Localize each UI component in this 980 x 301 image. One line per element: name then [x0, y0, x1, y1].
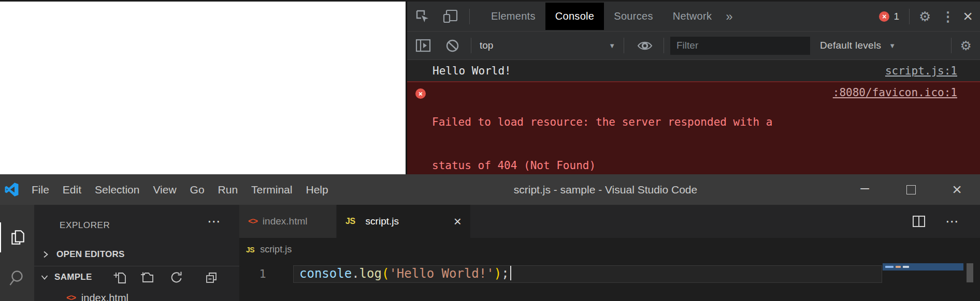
vscode-titlebar: File Edit Selection View Go Run Terminal… — [0, 174, 980, 205]
devtools-tab-sources[interactable]: Sources — [604, 3, 662, 30]
js-file-icon: JS — [345, 217, 355, 226]
close-button[interactable]: × — [934, 174, 980, 205]
chevron-down-icon — [40, 274, 49, 281]
collapse-all-icon[interactable] — [204, 270, 219, 285]
kebab-menu-icon[interactable]: ⋮ — [941, 10, 955, 23]
console-error-line2: status of 404 (Not Found) — [432, 158, 833, 173]
token-method: log — [359, 266, 382, 281]
tab-label: script.js — [366, 216, 399, 227]
menu-edit[interactable]: Edit — [56, 174, 88, 205]
minimap-code-mark — [885, 266, 893, 268]
tree-item-label: index.html — [81, 292, 128, 301]
more-actions-icon[interactable]: ⋯ — [945, 215, 960, 228]
divider — [909, 9, 910, 24]
menu-go[interactable]: Go — [183, 174, 211, 205]
console-settings-gear-icon[interactable]: ⚙ — [960, 39, 972, 52]
divider — [624, 38, 624, 53]
devtools-tab-elements[interactable]: Elements — [481, 3, 545, 30]
split-editor-icon[interactable] — [912, 215, 926, 228]
vscode-window: File Edit Selection View Go Run Terminal… — [0, 174, 980, 301]
token-dot: . — [352, 266, 359, 281]
activity-search-button[interactable] — [0, 263, 34, 293]
token-semicolon: ; — [501, 266, 509, 281]
console-filter-input[interactable] — [670, 37, 810, 55]
menu-view[interactable]: View — [146, 174, 183, 205]
html-file-icon: <> — [248, 216, 257, 227]
open-editors-label: OPEN EDITORS — [56, 249, 125, 260]
token-close-paren: ) — [494, 266, 501, 281]
tab-label: index.html — [263, 216, 308, 227]
token-open-paren: ( — [382, 266, 389, 281]
menu-file[interactable]: File — [25, 174, 56, 205]
folder-label: SAMPLE — [54, 272, 92, 282]
new-folder-icon[interactable] — [140, 270, 155, 285]
folder-section-sample[interactable]: SAMPLE — [40, 270, 92, 284]
screen: Elements Console Sources Network » × 1 ⚙… — [0, 0, 980, 301]
devtools-tabbar: Elements Console Sources Network » × 1 ⚙… — [407, 2, 980, 32]
console-sidebar-icon[interactable] — [415, 39, 431, 52]
minimize-button[interactable]: – — [842, 174, 888, 205]
breadcrumb[interactable]: JS script.js — [239, 238, 980, 261]
console-toolbar: top ▼ Default levels ▼ ⚙ — [407, 32, 980, 60]
divider — [471, 38, 471, 53]
console-log-text: Hello World! — [433, 65, 511, 77]
log-levels-value: Default levels — [820, 40, 881, 51]
error-count-badge[interactable]: × 1 — [879, 11, 899, 22]
devtools-tab-network[interactable]: Network — [663, 3, 722, 30]
devtools-close-icon[interactable]: × — [963, 7, 973, 26]
settings-gear-icon[interactable]: ⚙ — [919, 10, 931, 23]
window-controls: – × — [842, 174, 980, 205]
editor-tab-script-js[interactable]: JS script.js × — [337, 205, 470, 238]
code-editor[interactable]: 1 console.log('Hello World!'); — [239, 261, 980, 301]
chevron-right-icon — [42, 250, 49, 259]
more-tabs-icon[interactable]: » — [726, 9, 732, 24]
explorer-title: EXPLORER — [60, 220, 110, 231]
clear-console-icon[interactable] — [445, 39, 459, 53]
console-error-line1: Failed to load resource: the server resp… — [432, 115, 833, 129]
devtools-tab-console[interactable]: Console — [545, 3, 604, 30]
console-log-source-link[interactable]: script.js:1 — [885, 65, 957, 77]
browser-window: Elements Console Sources Network » × 1 ⚙… — [0, 0, 980, 174]
window-title: script.js - sample - Visual Studio Code — [514, 184, 697, 196]
log-levels-dropdown[interactable]: Default levels ▼ — [820, 40, 896, 51]
maximize-icon — [906, 185, 916, 194]
console-messages: Hello World! script.js:1 × Failed to loa… — [407, 60, 980, 174]
live-expression-eye-icon[interactable] — [637, 40, 653, 52]
menu-selection[interactable]: Selection — [88, 174, 146, 205]
minimize-icon: – — [860, 179, 869, 197]
context-selector-dropdown[interactable]: top ▼ — [480, 40, 615, 51]
minimap-code-mark — [903, 266, 909, 268]
explorer-sidebar: EXPLORER ⋯ OPEN EDITORS SAMPLE — [34, 205, 239, 301]
maximize-button[interactable] — [888, 174, 934, 205]
activity-bar — [0, 205, 34, 301]
divider — [469, 9, 470, 24]
context-selector-value: top — [480, 40, 493, 51]
vscode-logo-icon[interactable] — [5, 183, 19, 197]
menu-terminal[interactable]: Terminal — [244, 174, 299, 205]
divider — [951, 38, 952, 53]
new-file-icon[interactable] — [113, 270, 127, 285]
device-toolbar-icon[interactable] — [442, 9, 458, 24]
menu-help[interactable]: Help — [299, 174, 335, 205]
files-icon — [9, 229, 26, 246]
browser-page-blank — [0, 2, 406, 174]
activity-explorer-button[interactable] — [0, 222, 34, 252]
refresh-icon[interactable] — [169, 270, 184, 285]
console-error-source-link[interactable]: :8080/favicon.ico:1 — [833, 86, 957, 99]
explorer-more-actions-icon[interactable]: ⋯ — [207, 214, 222, 230]
console-log-row: Hello World! script.js:1 — [407, 60, 980, 81]
editor-tab-index-html[interactable]: <> index.html — [239, 205, 337, 238]
open-editors-section[interactable]: OPEN EDITORS — [42, 247, 125, 262]
editor-scrollbar-thumb[interactable] — [967, 263, 973, 282]
tab-close-icon[interactable]: × — [454, 214, 462, 230]
error-badge-icon: × — [879, 11, 889, 22]
search-icon — [9, 269, 26, 287]
inspect-element-icon[interactable] — [415, 9, 430, 24]
error-icon: × — [415, 88, 426, 99]
editor-tabbar: <> index.html JS script.js × — [239, 205, 980, 238]
vscode-main: EXPLORER ⋯ OPEN EDITORS SAMPLE — [0, 205, 980, 301]
code-line-1: console.log('Hello World!'); — [299, 265, 511, 283]
minimap[interactable] — [883, 263, 963, 270]
tree-item-index-html[interactable]: <> index.html — [66, 290, 128, 301]
menu-run[interactable]: Run — [211, 174, 245, 205]
